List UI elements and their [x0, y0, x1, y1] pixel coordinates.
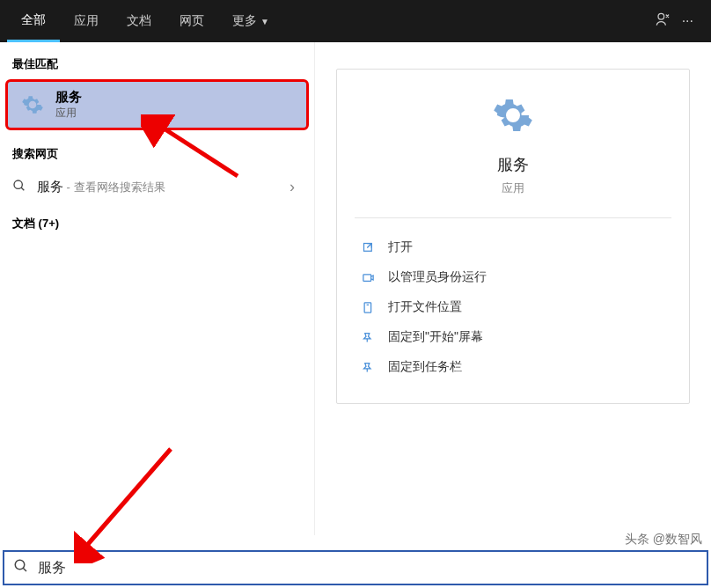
watermark-text: 头条 @数智风: [625, 532, 702, 548]
search-icon: [13, 558, 29, 577]
chevron-down-icon: ▼: [260, 17, 269, 26]
search-bar[interactable]: [3, 550, 708, 585]
preview-subtitle: 应用: [502, 180, 524, 196]
open-icon: [360, 241, 376, 254]
actions-list: 打开 以管理员身份运行 打开文件位置: [355, 217, 671, 382]
feedback-icon[interactable]: [654, 11, 671, 32]
gear-icon: [20, 92, 45, 117]
action-run-admin[interactable]: 以管理员身份运行: [355, 262, 671, 292]
svg-point-9: [15, 560, 25, 570]
tab-more-label: 更多: [232, 13, 257, 29]
tab-docs[interactable]: 文档: [113, 0, 165, 42]
best-match-item[interactable]: 服务 应用: [5, 79, 309, 130]
action-pin-taskbar-label: 固定到任务栏: [388, 359, 462, 375]
search-icon: [12, 179, 28, 195]
results-panel: 最佳匹配 服务 应用 搜索网页 服务 - 查看网络搜索结果 › 文档 (7+): [0, 42, 315, 535]
preview-panel: 服务 应用 打开 以管理员身份运行: [315, 42, 711, 535]
web-query-sub: - 查看网络搜索结果: [63, 180, 165, 194]
svg-line-10: [23, 568, 26, 571]
best-match-title: 服务: [55, 89, 82, 106]
main-area: 最佳匹配 服务 应用 搜索网页 服务 - 查看网络搜索结果 › 文档 (7+): [0, 42, 711, 535]
web-search-item[interactable]: 服务 - 查看网络搜索结果 ›: [0, 169, 314, 205]
action-open-location-label: 打开文件位置: [388, 299, 462, 315]
action-open-label: 打开: [388, 239, 413, 255]
tab-all[interactable]: 全部: [7, 0, 60, 42]
action-open-location[interactable]: 打开文件位置: [355, 292, 671, 322]
gear-icon: [492, 94, 534, 136]
pin-icon: [360, 331, 376, 344]
search-tabs-bar: 全部 应用 文档 网页 更多 ▼ ···: [0, 0, 711, 42]
best-match-header: 最佳匹配: [0, 53, 314, 79]
svg-rect-5: [364, 302, 371, 312]
search-web-header: 搜索网页: [0, 143, 314, 169]
pin-icon: [360, 361, 376, 374]
ellipsis-icon[interactable]: ···: [682, 13, 693, 29]
chevron-right-icon: ›: [290, 178, 302, 196]
best-match-subtitle: 应用: [55, 106, 82, 121]
search-input[interactable]: [38, 560, 698, 576]
svg-rect-4: [363, 274, 370, 281]
action-pin-start[interactable]: 固定到"开始"屏幕: [355, 322, 671, 352]
action-open[interactable]: 打开: [355, 232, 671, 262]
svg-line-2: [21, 187, 24, 190]
preview-title: 服务: [497, 154, 529, 175]
action-run-admin-label: 以管理员身份运行: [388, 269, 487, 285]
svg-point-0: [658, 13, 664, 19]
web-query-text: 服务: [37, 179, 63, 194]
action-pin-start-label: 固定到"开始"屏幕: [388, 329, 483, 345]
folder-icon: [360, 301, 376, 314]
docs-header: 文档 (7+): [0, 212, 314, 239]
preview-card: 服务 应用 打开 以管理员身份运行: [336, 69, 690, 404]
svg-point-1: [14, 180, 22, 188]
tab-more[interactable]: 更多 ▼: [218, 0, 283, 42]
shield-icon: [360, 271, 376, 284]
action-pin-taskbar[interactable]: 固定到任务栏: [355, 352, 671, 382]
tab-apps[interactable]: 应用: [60, 0, 113, 42]
tab-web[interactable]: 网页: [165, 0, 218, 42]
